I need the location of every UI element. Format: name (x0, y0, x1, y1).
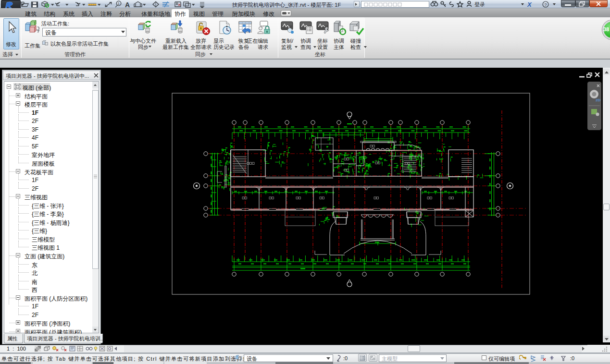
svg-text:2D: 2D (596, 98, 600, 102)
svg-text:登录: 登录 (474, 1, 485, 7)
svg-text:?: ? (545, 2, 547, 7)
svg-text:1: 1 (118, 1, 120, 6)
svg-text:A: A (125, 1, 130, 9)
